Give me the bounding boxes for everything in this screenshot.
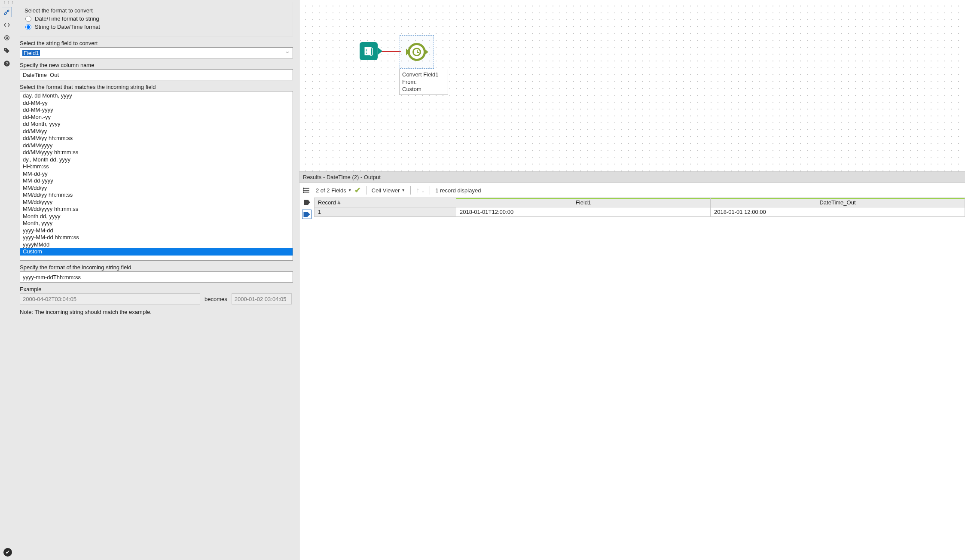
- separator: [366, 186, 366, 195]
- results-area: 2 of 2 Fields ▼ ✔ Cell Viewer ▼ ↑ ↓: [299, 183, 965, 560]
- input-anchor-icon[interactable]: [406, 49, 410, 55]
- note-text: Note: The incoming string should match t…: [20, 309, 293, 315]
- datetime-tool-icon: [408, 43, 426, 61]
- svg-point-2: [5, 49, 6, 50]
- status-check-icon[interactable]: ✔: [3, 548, 12, 557]
- workflow-canvas[interactable]: Convert Field1 From: Custom: [299, 0, 965, 172]
- wrench-icon[interactable]: [2, 7, 12, 17]
- radio-dt-to-string-label[interactable]: Date/Time format to string: [35, 15, 99, 22]
- cell-viewer-dropdown[interactable]: Cell Viewer ▼: [372, 187, 405, 194]
- format-option[interactable]: HH:mm:ss: [20, 163, 293, 170]
- svg-point-13: [303, 190, 304, 191]
- field-dropdown-value: Field1: [22, 50, 40, 56]
- tag-icon[interactable]: [2, 46, 12, 56]
- format-option[interactable]: MM/dd/yy: [20, 185, 293, 192]
- specify-format-label: Specify the format of the incoming strin…: [20, 264, 293, 271]
- help-icon[interactable]: ?: [2, 58, 12, 69]
- format-option[interactable]: dd/MM/yy: [20, 128, 293, 135]
- svg-point-7: [366, 52, 367, 52]
- svg-point-5: [366, 49, 367, 50]
- results-table: Record # Field1 DateTime_Out 1 2018-01-0…: [314, 198, 965, 217]
- output-anchor-tab-icon[interactable]: [302, 210, 311, 219]
- format-option[interactable]: dd-MM-yyyy: [20, 107, 293, 114]
- connection-wire[interactable]: [380, 51, 401, 52]
- drag-handle-icon[interactable]: ⋮⋮⋮: [3, 1, 11, 4]
- example-label: Example: [20, 286, 293, 292]
- format-option[interactable]: dd/MM/yy hh:mm:ss: [20, 135, 293, 142]
- table-row[interactable]: 1 2018-01-01T12:00:00 2018-01-01 12:00:0…: [315, 207, 965, 217]
- format-option[interactable]: yyyy-MM-dd: [20, 227, 293, 234]
- caret-down-icon: ▼: [348, 188, 352, 192]
- results-header: Results - DateTime (2) - Output: [299, 172, 965, 183]
- results-icon-rail: [299, 183, 314, 560]
- svg-point-14: [303, 192, 304, 193]
- text-input-tool-node[interactable]: [360, 42, 378, 60]
- svg-point-8: [366, 53, 367, 54]
- format-list-label: Select the format that matches the incom…: [20, 84, 293, 90]
- cell-viewer-text: Cell Viewer: [372, 187, 400, 194]
- output-anchor-icon[interactable]: [424, 49, 428, 55]
- records-displayed-text: 1 record displayed: [435, 187, 481, 194]
- node-annotation[interactable]: Convert Field1 From: Custom: [399, 69, 448, 95]
- node-annotation-line3: Custom: [402, 85, 445, 93]
- field-dropdown[interactable]: Field1: [20, 47, 293, 58]
- format-option[interactable]: Custom: [20, 248, 293, 256]
- radio-dt-to-string[interactable]: [25, 16, 31, 22]
- format-option[interactable]: dd Month, yyyy: [20, 121, 293, 128]
- target-icon[interactable]: [2, 33, 12, 43]
- format-option[interactable]: MM-dd-yyyy: [20, 177, 293, 185]
- cell-field1: 2018-01-01T12:00:00: [456, 207, 711, 217]
- format-option[interactable]: yyyy-MM-dd hh:mm:ss: [20, 234, 293, 241]
- svg-point-6: [366, 50, 367, 51]
- select-format-label: Select the format to convert: [24, 7, 288, 14]
- col-header-out[interactable]: DateTime_Out: [711, 198, 965, 207]
- separator: [410, 186, 411, 195]
- config-icon-rail: ⋮⋮⋮ ?: [0, 0, 14, 560]
- format-option[interactable]: day, dd Month, yyyy: [20, 92, 293, 100]
- check-icon[interactable]: ✔: [354, 186, 361, 195]
- example-input-readonly: 2000-04-02T03:04:05: [20, 293, 200, 304]
- format-option[interactable]: MM/dd/yyyy: [20, 199, 293, 206]
- results-header-text: Results - DateTime (2) - Output: [303, 174, 381, 180]
- text-input-tool-icon: [360, 42, 378, 60]
- radio-string-to-dt[interactable]: [25, 24, 31, 30]
- output-anchor-icon[interactable]: [378, 48, 382, 55]
- results-toolbar: 2 of 2 Fields ▼ ✔ Cell Viewer ▼ ↑ ↓: [314, 183, 965, 198]
- col-header-field1[interactable]: Field1: [456, 198, 711, 207]
- format-option[interactable]: dd/MM/yyyy: [20, 142, 293, 149]
- input-anchor-tab-icon[interactable]: [302, 198, 311, 207]
- format-option[interactable]: yyyyMMdd: [20, 241, 293, 249]
- format-listbox[interactable]: day, dd Month, yyyydd-MM-yydd-MM-yyyydd-…: [20, 91, 293, 261]
- xml-icon[interactable]: [2, 20, 12, 30]
- format-option[interactable]: Month dd, yyyy: [20, 213, 293, 220]
- sort-desc-icon[interactable]: ↓: [421, 186, 424, 194]
- node-annotation-line1: Convert Field1: [402, 71, 445, 78]
- sort-asc-icon[interactable]: ↑: [416, 186, 419, 194]
- becomes-label: becomes: [205, 296, 227, 302]
- format-option[interactable]: dd-Mon.-yy: [20, 114, 293, 121]
- svg-point-1: [6, 37, 8, 39]
- caret-down-icon: ▼: [401, 188, 405, 192]
- format-option[interactable]: MM/dd/yyyy hh:mm:ss: [20, 206, 293, 213]
- datetime-tool-node[interactable]: [400, 35, 434, 69]
- format-option[interactable]: MM/dd/yy hh:mm:ss: [20, 192, 293, 199]
- format-option[interactable]: dy., Month dd, yyyy: [20, 156, 293, 164]
- format-option[interactable]: Month, yyyy: [20, 220, 293, 227]
- cell-record-num: 1: [315, 207, 456, 217]
- radio-string-to-dt-label[interactable]: String to Date/Time format: [35, 24, 100, 30]
- fields-dropdown[interactable]: 2 of 2 Fields ▼: [316, 187, 352, 194]
- node-annotation-line2: From:: [402, 78, 445, 85]
- svg-point-12: [303, 188, 304, 189]
- selection-box: [400, 35, 434, 69]
- select-string-field-label: Select the string field to convert: [20, 40, 293, 46]
- format-option[interactable]: dd-MM-yy: [20, 100, 293, 107]
- format-option[interactable]: MM-dd-yy: [20, 170, 293, 178]
- specify-format-input[interactable]: [20, 271, 293, 283]
- format-option[interactable]: dd/MM/yyyy hh:mm:ss: [20, 149, 293, 156]
- col-header-record[interactable]: Record #: [315, 198, 456, 207]
- new-column-input[interactable]: [20, 69, 293, 80]
- format-direction-group: Select the format to convert Date/Time f…: [20, 2, 293, 37]
- svg-point-0: [5, 36, 9, 40]
- messages-icon[interactable]: [302, 186, 311, 195]
- example-output-readonly: 2000-01-02 03:04:05: [232, 293, 292, 304]
